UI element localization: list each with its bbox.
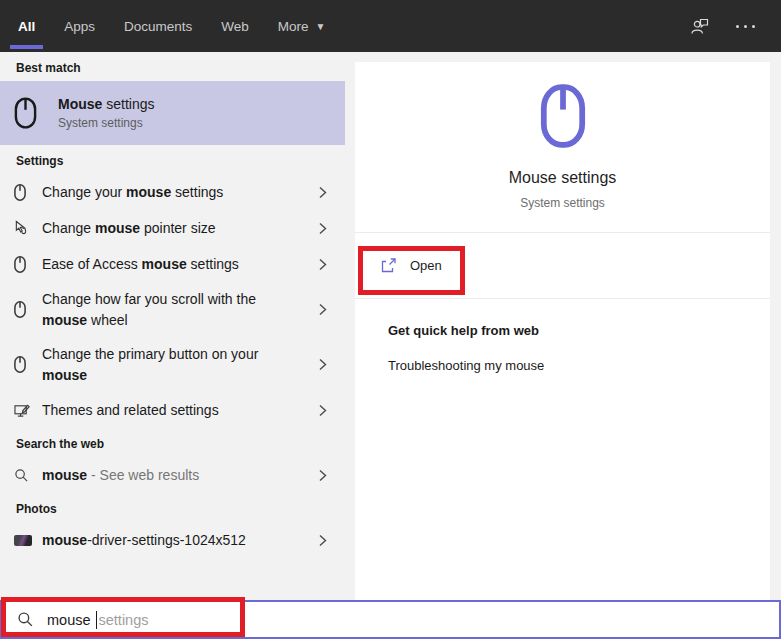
preview-subtitle: System settings xyxy=(520,196,605,210)
open-action-label: Open xyxy=(410,258,442,273)
tab-more[interactable]: More ▼ xyxy=(270,0,334,52)
troubleshooting-link[interactable]: Troubleshooting my mouse xyxy=(388,358,770,373)
list-item-change-scroll-mouse-wheel[interactable]: Change how far you scroll with the mouse… xyxy=(0,282,345,337)
mouse-icon xyxy=(14,184,42,201)
chevron-right-icon xyxy=(315,185,329,200)
search-icon xyxy=(14,468,42,483)
photo-thumbnail-icon xyxy=(14,535,42,546)
mouse-icon xyxy=(14,356,42,373)
tab-all[interactable]: All xyxy=(10,0,43,52)
chevron-right-icon xyxy=(315,403,329,418)
search-suggestion-text: settings xyxy=(99,612,149,628)
search-the-web-header: Search the web xyxy=(0,428,345,457)
chevron-right-icon xyxy=(315,302,329,317)
cursor-pointer-icon xyxy=(14,220,42,236)
best-match-header: Best match xyxy=(0,52,345,81)
mouse-icon-large xyxy=(540,84,586,148)
taskbar-search-input[interactable]: mouse settings xyxy=(0,600,781,639)
mouse-icon xyxy=(14,97,58,129)
list-item-change-mouse-pointer-size[interactable]: Change mouse pointer size xyxy=(0,210,345,246)
preview-card: Mouse settings System settings Open Get … xyxy=(355,62,770,600)
tab-documents[interactable]: Documents xyxy=(116,0,200,52)
list-item-change-primary-button[interactable]: Change the primary button on your mouse xyxy=(0,337,345,392)
search-icon xyxy=(17,611,34,628)
chevron-down-icon: ▼ xyxy=(316,21,326,32)
list-item-ease-of-access-mouse-settings[interactable]: Ease of Access mouse settings xyxy=(0,246,345,282)
open-action[interactable]: Open xyxy=(355,233,770,299)
text-cursor xyxy=(96,611,97,629)
search-filter-bar: All Apps Documents Web More ▼ xyxy=(0,0,781,52)
display-pencil-icon xyxy=(14,403,42,418)
best-match-result-mouse-settings[interactable]: Mouse settings System settings xyxy=(0,81,345,145)
chevron-right-icon xyxy=(315,468,329,483)
feedback-icon[interactable] xyxy=(690,16,710,36)
preview-title: Mouse settings xyxy=(509,169,617,187)
list-item-photo-mouse-driver-settings[interactable]: mouse-driver-settings-1024x512 xyxy=(0,522,345,558)
settings-section-header: Settings xyxy=(0,145,345,174)
best-match-text: Mouse settings System settings xyxy=(58,96,154,130)
list-item-mouse-web-results[interactable]: mouse - See web results xyxy=(0,457,345,493)
chevron-right-icon xyxy=(315,533,329,548)
search-results-panel: Best match Mouse settings System setting… xyxy=(0,52,345,600)
list-item-themes-related-settings[interactable]: Themes and related settings xyxy=(0,392,345,428)
preview-panel: Mouse settings System settings Open Get … xyxy=(345,52,781,600)
list-item-change-your-mouse-settings[interactable]: Change your mouse settings xyxy=(0,174,345,210)
search-typed-text: mouse xyxy=(47,612,91,628)
chevron-right-icon xyxy=(315,357,329,372)
mouse-icon xyxy=(14,256,42,273)
more-options-icon[interactable] xyxy=(736,25,755,28)
open-external-icon xyxy=(380,257,397,274)
best-match-subtitle: System settings xyxy=(58,116,154,130)
tab-web[interactable]: Web xyxy=(213,0,257,52)
chevron-right-icon xyxy=(315,257,329,272)
photos-header: Photos xyxy=(0,493,345,522)
filter-tabs: All Apps Documents Web More ▼ xyxy=(10,0,347,52)
quick-help-header: Get quick help from web xyxy=(388,323,770,338)
tab-apps[interactable]: Apps xyxy=(56,0,103,52)
chevron-right-icon xyxy=(315,221,329,236)
mouse-icon xyxy=(14,301,42,318)
